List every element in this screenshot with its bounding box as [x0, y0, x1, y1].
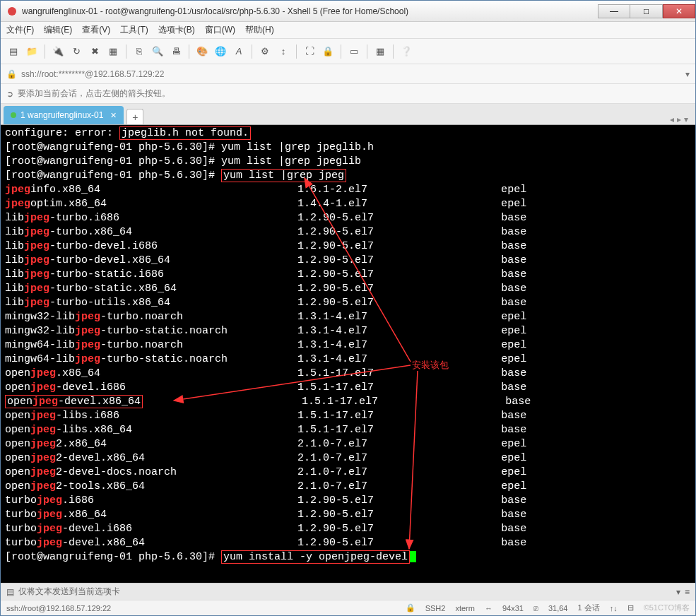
tile-icon[interactable]: ▦: [373, 45, 387, 59]
compose-icon[interactable]: ▭: [347, 45, 361, 59]
maximize-button[interactable]: □: [630, 4, 663, 18]
tab-close-icon[interactable]: ✕: [110, 111, 117, 120]
window-title: wangruifenglinux-01 - root@wangruifeng-0…: [22, 6, 598, 16]
annotation-label: 安装该包: [412, 358, 449, 372]
tab-next-icon[interactable]: ▸: [677, 114, 681, 124]
connect-icon[interactable]: 🔌: [51, 45, 65, 59]
xftp-icon[interactable]: ↕: [276, 45, 290, 59]
menu-window[interactable]: 窗口(W): [205, 24, 235, 36]
tab-label: 1 wangruifenglinux-01: [20, 110, 103, 120]
svg-point-0: [8, 7, 16, 16]
menu-view[interactable]: 查看(V): [82, 24, 110, 36]
menu-tools[interactable]: 工具(T): [120, 24, 148, 36]
close-button[interactable]: ✕: [663, 4, 695, 18]
compose-text: 仅将文本发送到当前选项卡: [18, 586, 672, 598]
fullscreen-icon[interactable]: ⛶: [302, 45, 317, 59]
tool-bar: ▤ 📁 🔌 ↻ ✖ ▦ ⎘ 🔍 🖶 🎨 🌐 A ⚙ ↕ ⛶ 🔒 ▭ ▦ ❔: [1, 39, 695, 64]
print-icon[interactable]: 🖶: [169, 45, 183, 59]
reconnect-icon[interactable]: ↻: [69, 45, 83, 59]
title-bar[interactable]: wangruifenglinux-01 - root@wangruifeng-0…: [1, 1, 695, 22]
address-text[interactable]: ssh://root:********@192.168.57.129:22: [21, 69, 681, 79]
script-icon[interactable]: ⚙: [258, 45, 272, 59]
copy-icon[interactable]: ⎘: [132, 45, 146, 59]
status-size-icon: ↔: [485, 604, 492, 612]
tab-prev-icon[interactable]: ◂: [670, 114, 674, 124]
status-cap-icon: ⊟: [627, 603, 634, 612]
help-icon[interactable]: ❔: [399, 45, 413, 59]
terminal[interactable]: configure: error: jpeglib.h not found. […: [1, 125, 695, 583]
color-icon[interactable]: 🎨: [195, 45, 209, 59]
app-icon: [6, 6, 18, 17]
properties-icon[interactable]: ▦: [106, 45, 120, 59]
addr-lock-icon: 🔒: [6, 69, 17, 79]
info-arrow-icon[interactable]: ➲: [6, 89, 13, 99]
svg-line-4: [409, 371, 418, 549]
status-ssh: SSH2: [425, 604, 446, 612]
menu-bar: 文件(F) 编辑(E) 查看(V) 工具(T) 选项卡(B) 窗口(W) 帮助(…: [1, 22, 695, 39]
watermark: ©51CTO博客: [644, 603, 690, 613]
svg-line-3: [174, 365, 411, 401]
minimize-button[interactable]: —: [598, 4, 630, 18]
lock-icon[interactable]: 🔒: [321, 45, 335, 59]
compose-dropdown-icon[interactable]: ▾: [676, 587, 680, 597]
svg-line-2: [305, 178, 411, 362]
address-bar: 🔒 ssh://root:********@192.168.57.129:22 …: [1, 64, 695, 84]
status-pos: 31,64: [548, 604, 568, 612]
compose-icon[interactable]: ▤: [6, 587, 14, 597]
font-icon[interactable]: A: [232, 45, 246, 59]
status-pos-icon: ⎚: [533, 604, 538, 612]
window-buttons: — □ ✕: [598, 4, 695, 18]
status-conn-icon: ↑↓: [610, 604, 618, 612]
info-bar: ➲ 要添加当前会话，点击左侧的箭头按钮。: [1, 84, 695, 104]
status-size: 94x31: [502, 604, 524, 612]
search-icon[interactable]: 🔍: [151, 45, 165, 59]
status-ssh-icon: 🔒: [406, 603, 415, 612]
annotation-arrows: [1, 125, 686, 563]
tab-list-icon[interactable]: ▾: [684, 114, 688, 124]
globe-icon[interactable]: 🌐: [213, 45, 228, 59]
status-address: ssh://root@192.168.57.129:22: [6, 604, 111, 612]
addr-dropdown-icon[interactable]: ▾: [685, 69, 690, 79]
app-window: wangruifenglinux-01 - root@wangruifeng-0…: [0, 0, 696, 616]
menu-file[interactable]: 文件(F): [6, 24, 34, 36]
compose-menu-icon[interactable]: ≡: [685, 587, 690, 597]
status-bar: ssh://root@192.168.57.129:22 🔒 SSH2 xter…: [1, 600, 695, 615]
session-tab[interactable]: 1 wangruifenglinux-01 ✕: [4, 106, 124, 124]
tab-status-icon: [11, 112, 16, 118]
tab-nav: ◂ ▸ ▾: [670, 114, 692, 124]
open-icon[interactable]: 📁: [25, 45, 39, 59]
status-sess: 1 会话: [577, 603, 599, 613]
disconnect-icon[interactable]: ✖: [88, 45, 102, 59]
menu-opt[interactable]: 选项卡(B): [158, 24, 195, 36]
compose-bar: ▤ 仅将文本发送到当前选项卡 ▾ ≡: [1, 583, 695, 600]
tab-strip: 1 wangruifenglinux-01 ✕ + ◂ ▸ ▾: [1, 104, 695, 125]
status-term: xterm: [455, 604, 475, 612]
new-session-icon[interactable]: ▤: [6, 45, 20, 59]
new-tab-button[interactable]: +: [126, 109, 143, 124]
menu-help[interactable]: 帮助(H): [245, 24, 274, 36]
menu-edit[interactable]: 编辑(E): [44, 24, 72, 36]
info-text: 要添加当前会话，点击左侧的箭头按钮。: [18, 88, 170, 100]
